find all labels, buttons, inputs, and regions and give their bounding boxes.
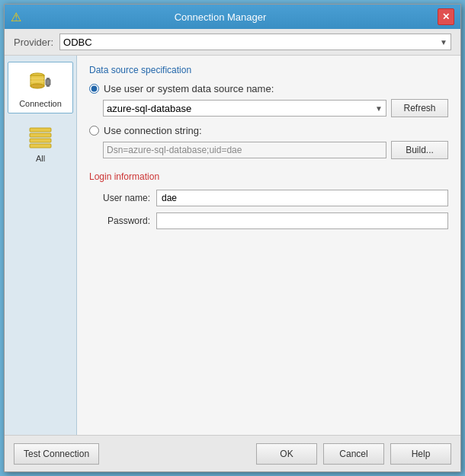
svg-rect-11 (30, 133, 51, 137)
password-label: Password: (89, 216, 150, 226)
provider-label: Provider: (14, 37, 53, 48)
login-title: Login information (89, 171, 448, 182)
login-section: Login information User name: Password: (89, 171, 448, 229)
close-button[interactable]: ✕ (438, 8, 454, 25)
radio-connstring-label[interactable]: Use connection string: (104, 125, 202, 136)
data-source-title: Data source specification (89, 65, 448, 75)
title-center: Connection Manager (21, 11, 438, 23)
main-content: Connection All Dat (5, 56, 460, 435)
provider-bar: Provider: ODBC ▼ (5, 29, 460, 56)
provider-dropdown[interactable]: ODBC ▼ (59, 34, 451, 50)
password-input[interactable] (156, 212, 448, 229)
provider-dropdown-arrow: ▼ (440, 38, 447, 46)
conn-string-input[interactable] (103, 142, 386, 158)
sidebar: Connection All (5, 56, 77, 435)
title-bar-left: ⚠ (11, 10, 21, 24)
username-input[interactable] (156, 190, 448, 206)
warning-icon: ⚠ (11, 10, 21, 24)
sidebar-item-connection[interactable]: Connection (8, 62, 73, 113)
sidebar-all-label: All (36, 154, 45, 163)
password-row: Password: (89, 212, 448, 229)
right-panel: Data source specification Use user or sy… (77, 56, 460, 435)
ok-button[interactable]: OK (256, 443, 317, 465)
svg-rect-10 (30, 128, 51, 132)
provider-value: ODBC (63, 37, 92, 48)
dialog-window: ⚠ Connection Manager ✕ Provider: ODBC ▼ (4, 4, 461, 472)
svg-point-2 (30, 84, 44, 88)
svg-rect-5 (46, 79, 50, 85)
connection-icon (25, 67, 56, 97)
cancel-button[interactable]: Cancel (323, 443, 384, 465)
test-connection-button[interactable]: Test Connection (14, 443, 99, 465)
svg-rect-13 (30, 144, 51, 148)
radio-dsn-row: Use user or system data source name: (89, 83, 448, 94)
refresh-button[interactable]: Refresh (391, 99, 448, 117)
conn-string-row: Build... (89, 141, 448, 159)
sidebar-item-all[interactable]: All (8, 117, 73, 168)
svg-rect-12 (30, 139, 51, 142)
dsn-row: azure-sql-database ▼ Refresh (89, 99, 448, 117)
radio-connstring-row: Use connection string: (89, 125, 448, 136)
sidebar-connection-label: Connection (19, 99, 62, 108)
username-label: User name: (89, 193, 150, 203)
radio-connstring[interactable] (89, 126, 99, 136)
dialog-title: Connection Manager (175, 11, 267, 23)
title-bar: ⚠ Connection Manager ✕ (5, 5, 460, 29)
dsn-dropdown[interactable]: azure-sql-database ▼ (103, 100, 386, 117)
dsn-value: azure-sql-database (107, 103, 191, 114)
radio-dsn[interactable] (89, 84, 99, 94)
dsn-dropdown-arrow: ▼ (375, 104, 383, 113)
username-row: User name: (89, 190, 448, 206)
bottom-bar: Test Connection OK Cancel Help (5, 435, 460, 471)
data-source-section: Data source specification Use user or sy… (89, 65, 448, 159)
all-icon (25, 122, 56, 152)
help-button[interactable]: Help (390, 443, 451, 465)
radio-dsn-label[interactable]: Use user or system data source name: (104, 83, 274, 94)
build-button[interactable]: Build... (391, 141, 448, 159)
